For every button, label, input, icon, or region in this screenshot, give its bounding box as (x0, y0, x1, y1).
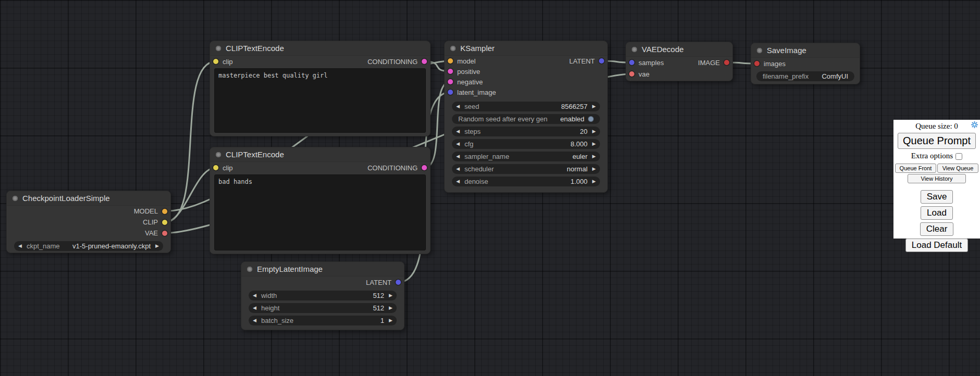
decrement-arrow-icon[interactable]: ◀ (456, 179, 460, 184)
conditioning-output-port[interactable] (422, 165, 427, 170)
increment-arrow-icon[interactable]: ▶ (592, 104, 596, 109)
increment-arrow-icon[interactable]: ▶ (592, 142, 596, 146)
clip-input-port[interactable] (213, 59, 218, 64)
decrement-arrow-icon[interactable]: ◀ (456, 142, 460, 146)
decrement-arrow-icon[interactable]: ◀ (456, 167, 460, 171)
decrement-arrow-icon[interactable]: ◀ (456, 129, 460, 134)
latent-output-port[interactable] (396, 280, 401, 285)
height-number-widget[interactable]: ◀ height 512 ▶ (249, 303, 397, 313)
node-vae-decode[interactable]: VAEDecode samples IMAGE vae (626, 42, 733, 81)
decrement-arrow-icon[interactable]: ◀ (253, 306, 256, 310)
increment-arrow-icon[interactable]: ▶ (389, 318, 393, 323)
node-checkpoint-loader-simple[interactable]: CheckpointLoaderSimple MODEL CLIP VAE ◀ … (6, 191, 171, 253)
decrement-arrow-icon[interactable]: ◀ (456, 104, 460, 109)
collapse-icon[interactable] (757, 48, 762, 53)
collapse-icon[interactable] (13, 196, 18, 201)
node-ksampler[interactable]: KSampler model LATENT positive negative … (444, 41, 608, 193)
slot-label: CONDITIONING (368, 164, 418, 172)
collapse-icon[interactable] (216, 152, 221, 157)
widget-label: sampler_name (464, 153, 509, 160)
node-clip-text-encode-positive[interactable]: CLIPTextEncode clip CONDITIONING masterp… (210, 41, 431, 136)
increment-arrow-icon[interactable]: ▶ (592, 167, 596, 171)
node-clip-text-encode-negative[interactable]: CLIPTextEncode clip CONDITIONING bad han… (210, 147, 431, 254)
width-number-widget[interactable]: ◀ width 512 ▶ (249, 291, 397, 300)
batch-size-number-widget[interactable]: ◀ batch_size 1 ▶ (249, 316, 397, 325)
slot-label: model (457, 57, 475, 65)
queue-prompt-button[interactable]: Queue Prompt (898, 133, 976, 149)
slot-label: clip (223, 164, 233, 172)
slot-label: MODEL (134, 207, 158, 215)
negative-input-port[interactable] (448, 79, 453, 84)
increment-arrow-icon[interactable]: ▶ (592, 129, 596, 134)
increment-arrow-icon[interactable]: ▶ (592, 154, 596, 159)
clip-output-port[interactable] (162, 220, 167, 225)
widget-value: euler (572, 153, 587, 160)
queue-menu-panel: Queue size: 0 Queue Prompt Extra options… (893, 120, 980, 239)
load-default-button[interactable]: Load Default (905, 239, 968, 252)
decrement-arrow-icon[interactable]: ◀ (18, 244, 22, 248)
prompt-textarea[interactable]: masterpiece best quality girl (214, 68, 426, 133)
conditioning-output-port[interactable] (422, 59, 427, 64)
extra-options-checkbox[interactable] (956, 153, 962, 160)
steps-number-widget[interactable]: ◀ steps 20 ▶ (452, 127, 600, 136)
clear-button[interactable]: Clear (920, 222, 954, 236)
widget-value: 512 (373, 304, 384, 312)
load-button[interactable]: Load (921, 206, 953, 220)
vae-output-port[interactable] (162, 231, 167, 236)
model-input-port[interactable] (448, 58, 453, 64)
node-titlebar[interactable]: CLIPTextEncode (210, 147, 430, 162)
save-button[interactable]: Save (921, 190, 953, 204)
latent-output-port[interactable] (599, 58, 604, 64)
collapse-icon[interactable] (450, 46, 456, 51)
node-titlebar[interactable]: VAEDecode (626, 42, 732, 57)
increment-arrow-icon[interactable]: ▶ (155, 244, 159, 248)
decrement-arrow-icon[interactable]: ◀ (253, 318, 256, 323)
queue-front-button[interactable]: Queue Front (895, 164, 936, 173)
sampler-name-combo-widget[interactable]: ◀ sampler_name euler ▶ (452, 152, 600, 161)
filename-prefix-text-widget[interactable]: filename_prefix ComfyUI (756, 71, 854, 81)
clip-input-port[interactable] (213, 165, 218, 170)
denoise-number-widget[interactable]: ◀ denoise 1.000 ▶ (452, 177, 600, 186)
prompt-textarea[interactable]: bad hands (214, 174, 426, 250)
slot-label: samples (639, 59, 664, 67)
node-titlebar[interactable]: CLIPTextEncode (210, 41, 430, 56)
positive-input-port[interactable] (448, 69, 453, 74)
node-empty-latent-image[interactable]: EmptyLatentImage LATENT ◀ width 512 ▶ ◀ … (241, 261, 405, 330)
collapse-icon[interactable] (216, 46, 221, 51)
model-output-port[interactable] (162, 209, 167, 214)
images-input-port[interactable] (754, 61, 760, 66)
widget-label: seed (464, 103, 479, 110)
widget-value: v1-5-pruned-emaonly.ckpt (72, 242, 151, 250)
view-queue-button[interactable]: View Queue (937, 164, 978, 173)
vae-input-port[interactable] (629, 71, 634, 77)
collapse-icon[interactable] (247, 267, 252, 272)
node-titlebar[interactable]: KSampler (445, 41, 607, 56)
node-titlebar[interactable]: EmptyLatentImage (241, 262, 404, 277)
latent-image-input-port[interactable] (448, 90, 453, 95)
ckpt-name-combo-widget[interactable]: ◀ ckpt_name v1-5-pruned-emaonly.ckpt ▶ (14, 241, 163, 251)
scheduler-combo-widget[interactable]: ◀ scheduler normal ▶ (452, 164, 600, 174)
input-slot-latent-image: latent_image (445, 87, 607, 97)
node-titlebar[interactable]: CheckpointLoaderSimple (7, 191, 170, 206)
widget-value: 512 (373, 292, 384, 299)
slot-row: clip CONDITIONING (210, 56, 430, 67)
output-slot-model: MODEL (7, 206, 170, 217)
samples-input-port[interactable] (629, 60, 634, 65)
increment-arrow-icon[interactable]: ▶ (592, 179, 596, 184)
node-titlebar[interactable]: SaveImage (751, 43, 860, 58)
view-history-button[interactable]: View History (908, 174, 966, 183)
decrement-arrow-icon[interactable]: ◀ (456, 154, 460, 159)
graph-canvas[interactable]: CheckpointLoaderSimple MODEL CLIP VAE ◀ … (0, 0, 980, 376)
node-save-image[interactable]: SaveImage images filename_prefix ComfyUI (751, 43, 860, 84)
random-seed-toggle-widget[interactable]: Random seed after every gen enabled (452, 114, 600, 124)
seed-number-widget[interactable]: ◀ seed 8566257 ▶ (452, 102, 600, 111)
toggle-on-icon[interactable] (588, 116, 594, 122)
decrement-arrow-icon[interactable]: ◀ (253, 293, 256, 298)
image-output-port[interactable] (724, 60, 729, 65)
increment-arrow-icon[interactable]: ▶ (389, 306, 393, 310)
cfg-number-widget[interactable]: ◀ cfg 8.000 ▶ (452, 139, 600, 149)
increment-arrow-icon[interactable]: ▶ (389, 293, 393, 298)
settings-gear-icon[interactable] (971, 121, 978, 129)
collapse-icon[interactable] (632, 47, 637, 52)
widget-label: batch_size (261, 317, 293, 324)
